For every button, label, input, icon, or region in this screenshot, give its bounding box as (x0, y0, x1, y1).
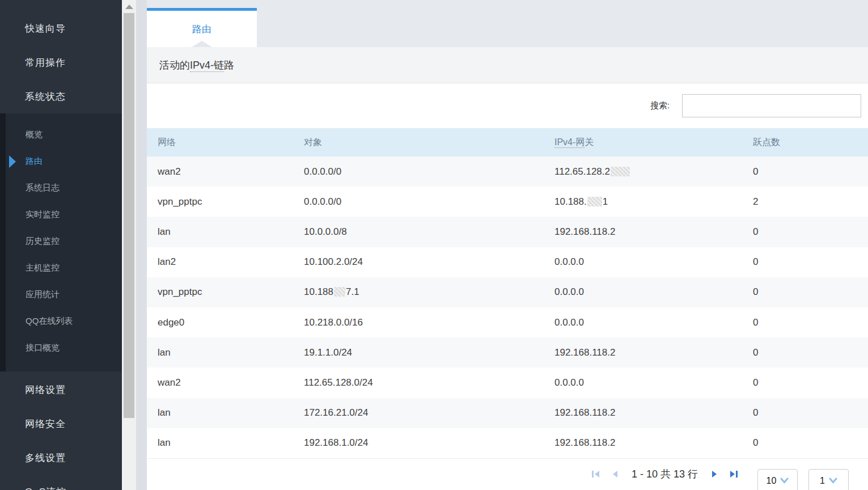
sidebar-item[interactable]: 系统状态 (0, 79, 122, 113)
active-item-arrow-icon (9, 155, 16, 168)
chevron-down-icon (829, 478, 837, 484)
sidebar-item[interactable]: 历史监控 (6, 228, 122, 255)
sidebar-item[interactable]: 多线设置 (0, 441, 122, 475)
page-number-value: 1 (820, 476, 825, 486)
sidebar-item-label: 系统日志 (26, 183, 60, 193)
sidebar-item[interactable]: 实时监控 (6, 201, 122, 228)
sidebar-item-label: 主机监控 (26, 263, 60, 273)
cell-metric: 0 (742, 407, 868, 419)
next-page-icon[interactable] (709, 469, 719, 479)
last-page-icon[interactable] (729, 469, 739, 479)
cell-object: 0.0.0.0/0 (293, 196, 544, 208)
column-header[interactable]: 对象 (293, 137, 544, 149)
sidebar-section-top: 快速向导常用操作系统状态 (0, 0, 122, 113)
cell-gateway: 112.65.128.2 (544, 166, 742, 178)
first-page-icon[interactable] (591, 469, 601, 479)
sidebar-item[interactable]: 网络设置 (0, 373, 122, 407)
table-row[interactable]: lan192.168.1.0/24192.168.118.20 (147, 428, 868, 458)
table-row[interactable]: vpn_pptpc0.0.0.0/010.188.12 (147, 187, 868, 217)
cell-network: lan2 (147, 256, 293, 268)
section-title-bar: 活动的IPv4-链路 (147, 47, 868, 83)
cell-gateway: 192.168.118.2 (544, 407, 742, 419)
search-label: 搜索: (650, 100, 670, 111)
cell-object: 112.65.128.0/24 (293, 377, 544, 388)
table-row[interactable]: wan2112.65.128.0/240.0.0.00 (147, 368, 868, 398)
main-content: 路由 活动的IPv4-链路 搜索: 网络对象IPv4-网关跃点数 wan20.0… (147, 0, 868, 490)
tab-notch-up-icon (192, 41, 212, 47)
sidebar-item[interactable]: 网络安全 (0, 407, 122, 441)
sidebar-item[interactable]: 接口概览 (6, 335, 122, 361)
sidebar-item-label: 概览 (26, 129, 43, 140)
table-row[interactable]: vpn_pptpc10.1887.10.0.0.00 (147, 277, 868, 307)
cell-object: 10.218.0.0/16 (293, 317, 544, 328)
column-header[interactable]: 网络 (147, 137, 293, 149)
prev-page-icon[interactable] (610, 469, 620, 479)
page-size-select[interactable]: 10 (757, 469, 798, 490)
cell-object: 172.16.21.0/24 (293, 407, 544, 419)
sidebar-item[interactable]: 常用操作 (0, 45, 122, 79)
table-row[interactable]: edge010.218.0.0/160.0.0.00 (147, 307, 868, 337)
sidebar-scrollbar[interactable] (122, 0, 136, 490)
pagination-summary: 1 - 10 共 13 行 (632, 467, 698, 481)
sidebar-item[interactable]: 快速向导 (0, 11, 122, 45)
table-row[interactable]: lan210.100.2.0/240.0.0.00 (147, 247, 868, 277)
cell-gateway: 192.168.118.2 (544, 347, 742, 358)
cell-network: lan (147, 437, 293, 449)
pagination-bar: 1 - 10 共 13 行 10 1 (147, 458, 868, 490)
sidebar-item-label: 系统状态 (25, 90, 66, 103)
cell-object: 192.168.1.0/24 (293, 437, 544, 449)
cell-gateway: 10.188.1 (544, 196, 742, 208)
cell-network: wan2 (147, 377, 293, 388)
cell-object: 0.0.0.0/0 (293, 166, 544, 178)
cell-gateway: 0.0.0.0 (544, 286, 742, 298)
cell-object: 10.0.0.0/8 (293, 226, 544, 238)
table-row[interactable]: lan19.1.1.0/24192.168.118.20 (147, 337, 868, 368)
cell-network: lan (147, 347, 293, 358)
cell-network: wan2 (147, 166, 293, 178)
sidebar-section-sub: 概览路由系统日志实时监控历史监控主机监控应用统计QQ在线列表接口概览 (0, 113, 122, 371)
table-row[interactable]: lan10.0.0.0/8192.168.118.20 (147, 217, 868, 247)
sidebar-item-label: 网络安全 (25, 417, 66, 430)
masked-text (587, 197, 602, 206)
column-header[interactable]: 跃点数 (742, 137, 868, 149)
cell-metric: 0 (742, 317, 868, 328)
sidebar-section-bottom: 网络设置网络安全多线设置QoS流控 (0, 371, 122, 490)
sidebar-item-label: QQ在线列表 (26, 316, 73, 327)
cell-network: vpn_pptpc (147, 286, 293, 298)
cell-gateway: 0.0.0.0 (544, 256, 742, 268)
masked-text (611, 167, 630, 176)
cell-gateway: 0.0.0.0 (544, 377, 742, 388)
tab-routing[interactable]: 路由 (147, 8, 257, 47)
sidebar-item-label: QoS流控 (25, 485, 66, 490)
scrollbar-thumb[interactable] (124, 13, 134, 418)
cell-metric: 0 (742, 256, 868, 268)
cell-metric: 0 (742, 437, 868, 449)
table-row[interactable]: lan172.16.21.0/24192.168.118.20 (147, 398, 868, 428)
search-input[interactable] (682, 94, 861, 117)
cell-network: vpn_pptpc (147, 196, 293, 208)
page-title: 活动的IPv4-链路 (159, 58, 234, 72)
tab-label: 路由 (192, 23, 211, 36)
sidebar-item-label: 快速向导 (25, 22, 66, 35)
sidebar-item-label: 历史监控 (26, 236, 60, 247)
sidebar-item[interactable]: 主机监控 (6, 255, 122, 281)
tab-strip: 路由 (147, 0, 868, 47)
sidebar-item[interactable]: 系统日志 (6, 175, 122, 201)
masked-text (334, 287, 345, 297)
page-size-value: 10 (767, 476, 777, 486)
cell-network: lan (147, 407, 293, 419)
table-row[interactable]: wan20.0.0.0/0112.65.128.20 (147, 157, 868, 187)
sidebar-item[interactable]: 概览 (6, 121, 122, 148)
sidebar-item[interactable]: 路由 (6, 148, 122, 175)
cell-metric: 0 (742, 377, 868, 388)
cell-metric: 0 (742, 226, 868, 238)
cell-gateway: 192.168.118.2 (544, 437, 742, 449)
sidebar-item[interactable]: 应用统计 (6, 281, 122, 308)
column-header[interactable]: IPv4-网关 (544, 137, 742, 149)
page-number-select[interactable]: 1 (808, 469, 849, 490)
sidebar-item-label: 实时监控 (26, 209, 60, 220)
table-body: wan20.0.0.0/0112.65.128.20vpn_pptpc0.0.0… (147, 157, 868, 458)
sidebar-item[interactable]: QoS流控 (0, 475, 122, 490)
scrollbar-up-arrow-icon[interactable] (125, 5, 133, 9)
sidebar-item[interactable]: QQ在线列表 (6, 308, 122, 335)
